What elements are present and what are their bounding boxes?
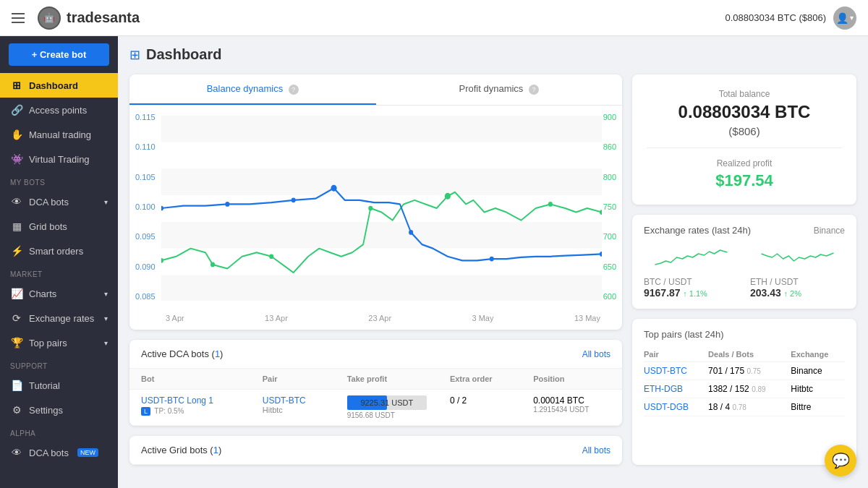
balance-divider <box>647 147 842 148</box>
market-section-label: MARKET <box>0 263 118 281</box>
navbar-left: 🤖 tradesanta <box>12 7 140 30</box>
top-pairs-arrow-icon: ▾ <box>104 339 108 347</box>
smart-orders-icon: ⚡ <box>10 245 23 257</box>
top-pair-3-exchange: Bittre <box>791 398 845 416</box>
dca-bots-header: Active DCA bots (1) All bots <box>129 340 622 369</box>
position-usdt: 1.2915434 USDT <box>533 406 610 414</box>
top-pair-3-name[interactable]: USDT-DGB <box>644 398 708 416</box>
sidebar-label-top-pairs: Top pairs <box>29 338 67 348</box>
chat-bubble[interactable]: 💬 <box>825 445 856 476</box>
sidebar-item-alpha-dca-bots[interactable]: 👁 DCA bots NEW <box>0 440 118 465</box>
top-pairs-title: Top pairs (last 24h) <box>644 329 845 340</box>
eth-mini-chart <box>750 243 845 272</box>
svg-point-17 <box>225 202 229 207</box>
col-extra-order: Extra order <box>438 369 522 390</box>
sidebar-label-dca-bots: DCA bots <box>29 197 69 207</box>
sidebar-item-virtual-trading[interactable]: 👾 Virtual Trading <box>0 147 118 171</box>
hamburger-icon[interactable] <box>12 13 25 23</box>
sidebar-item-settings[interactable]: ⚙ Settings <box>0 398 118 422</box>
sidebar-item-smart-orders[interactable]: ⚡ Smart orders <box>0 239 118 263</box>
table-row: USDT-BTC 701 / 175 0.75 Binance <box>644 362 845 380</box>
exchange-pair-eth: ETH / USDT 203.43 ↑ 2% <box>750 243 845 299</box>
y-left-1: 0.110 <box>135 142 156 151</box>
realized-profit-label: Realized profit <box>647 158 842 168</box>
pairs-col-exchange: Exchange <box>791 347 845 362</box>
charts-tabs: Balance dynamics ? Profit dynamics ? <box>129 74 622 106</box>
col-bot: Bot <box>129 369 251 390</box>
top-pairs-icon: 🏆 <box>10 337 23 348</box>
y-right-5: 650 <box>603 262 616 271</box>
new-badge: NEW <box>77 448 98 457</box>
exchange-rates-title: Exchange rates (last 24h) <box>644 225 751 236</box>
chart-y-axis-left: 0.115 0.110 0.105 0.100 0.095 0.090 0.08… <box>135 113 156 301</box>
navbar: 🤖 tradesanta 0.08803034 BTC ($806) 👤 ▾ <box>0 0 868 36</box>
y-right-4: 700 <box>603 232 616 241</box>
sidebar-item-charts[interactable]: 📈 Charts ▾ <box>0 281 118 306</box>
profit-dynamics-help-icon[interactable]: ? <box>529 85 539 95</box>
exchange-rates-icon: ⟳ <box>10 312 23 324</box>
svg-point-20 <box>409 230 413 235</box>
tutorial-icon: 📄 <box>10 380 23 391</box>
bot-pair-link[interactable]: USDT-BTC <box>263 395 324 406</box>
sidebar-item-top-pairs[interactable]: 🏆 Top pairs ▾ <box>0 330 118 355</box>
sidebar-item-tutorial[interactable]: 📄 Tutorial <box>0 373 118 398</box>
svg-point-14 <box>548 202 553 207</box>
page-title: Dashboard <box>146 46 221 63</box>
sidebar-label-dashboard: Dashboard <box>29 80 78 91</box>
grid-bots-header: Active Grid bots (1) All bots <box>129 436 622 465</box>
dca-bots-icon: 👁 <box>10 196 23 207</box>
exchange-rates-arrow-icon: ▾ <box>104 314 108 322</box>
top-pair-2-exchange: Hitbtc <box>791 380 845 398</box>
dca-bots-arrow-icon: ▾ <box>104 198 108 206</box>
svg-rect-4 <box>161 168 602 195</box>
user-avatar[interactable]: 👤 ▾ <box>833 7 856 30</box>
pair1-name: BTC / USDT <box>644 277 739 287</box>
col-pair: Pair <box>251 369 336 390</box>
top-pair-1-exchange: Binance <box>791 362 845 380</box>
balance-dynamics-help-icon[interactable]: ? <box>289 85 299 95</box>
y-left-3: 0.100 <box>135 202 156 211</box>
sidebar-label-smart-orders: Smart orders <box>29 246 83 257</box>
pairs-col-pair: Pair <box>644 347 708 362</box>
create-bot-button[interactable]: + Create bot <box>9 43 109 66</box>
tab-balance-dynamics[interactable]: Balance dynamics ? <box>129 74 376 105</box>
sidebar-label-charts: Charts <box>29 288 56 299</box>
logo-icon: 🤖 <box>38 7 61 30</box>
dca-bots-table: Bot Pair Take profit Extra order Positio… <box>129 369 622 426</box>
x-label-0: 3 Apr <box>166 314 184 322</box>
svg-point-13 <box>445 193 451 200</box>
sidebar-item-exchange-rates[interactable]: ⟳ Exchange rates ▾ <box>0 306 118 330</box>
exchange-rates-source: Binance <box>814 226 845 236</box>
all-grid-bots-link[interactable]: All bots <box>582 445 610 455</box>
chart-y-axis-right: 900 860 800 750 700 650 600 <box>603 113 616 301</box>
tab-profit-dynamics[interactable]: Profit dynamics ? <box>376 74 623 105</box>
bot-tag: L <box>141 407 150 416</box>
y-right-6: 600 <box>603 292 616 301</box>
col-position: Position <box>522 369 622 390</box>
charts-card: Balance dynamics ? Profit dynamics ? BTC… <box>129 74 622 330</box>
sidebar-item-access-points[interactable]: 🔗 Access points <box>0 98 118 122</box>
exchange-rates-card: Exchange rates (last 24h) Binance BTC / … <box>632 215 856 309</box>
sidebar-item-grid-bots[interactable]: ▦ Grid bots <box>0 214 118 239</box>
x-label-3: 3 May <box>472 314 494 322</box>
alpha-dca-icon: 👁 <box>10 447 23 458</box>
bot-pair-cell: USDT-BTC Hitbtc <box>251 390 336 426</box>
sidebar-label-virtual-trading: Virtual Trading <box>29 154 90 165</box>
content-left: Balance dynamics ? Profit dynamics ? BTC… <box>129 74 622 465</box>
all-bots-link[interactable]: All bots <box>582 349 610 359</box>
sidebar-item-dashboard[interactable]: ⊞ Dashboard <box>0 73 118 98</box>
sidebar-item-dca-bots[interactable]: 👁 DCA bots ▾ <box>0 189 118 214</box>
pair1-change: ↑ 1.1% <box>683 289 707 298</box>
x-label-4: 13 May <box>574 314 600 322</box>
bot-extra-order-cell: 0 / 2 <box>438 390 522 426</box>
position-btc: 0.00014 BTC <box>533 395 610 406</box>
svg-rect-6 <box>161 222 602 249</box>
top-pair-2-name[interactable]: ETH-DGB <box>644 380 708 398</box>
y-right-1: 860 <box>603 142 616 151</box>
sidebar-item-manual-trading[interactable]: ✋ Manual trading <box>0 122 118 147</box>
top-pairs-table: Pair Deals / Bots Exchange USDT-BTC 701 … <box>644 347 845 416</box>
bot-name-link[interactable]: USDT-BTC Long 1 <box>141 395 239 406</box>
content-columns: Balance dynamics ? Profit dynamics ? BTC… <box>129 74 856 465</box>
top-pair-1-name[interactable]: USDT-BTC <box>644 362 708 380</box>
take-profit-value: 9225.31 USDT <box>347 395 427 410</box>
